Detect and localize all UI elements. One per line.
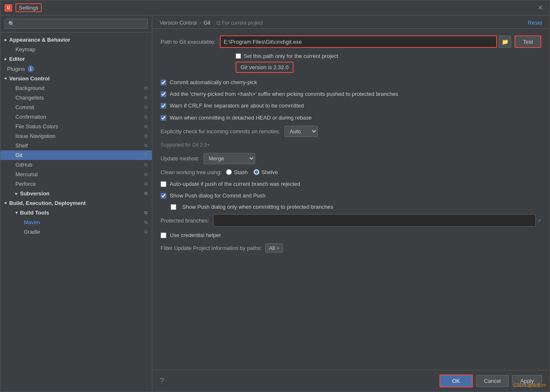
sidebar-item-shelf[interactable]: Shelf⧉ [0, 141, 152, 150]
copy-icon: ⧉ [144, 124, 148, 129]
arrow-icon: ▾ [15, 210, 18, 215]
sidebar-item-subversion[interactable]: ▸Subversion⧉ [0, 189, 152, 198]
copy-icon: ⧉ [144, 181, 148, 187]
test-button[interactable]: Test [515, 35, 541, 48]
filter-spinner[interactable]: All ÷ [265, 243, 283, 253]
path-row: Path to Git executable: 📁 Test [161, 35, 541, 48]
sidebar-item-keymap[interactable]: Keymap [0, 45, 152, 54]
auto-update-label: Auto-update if push of the current branc… [170, 180, 300, 188]
copy-icon: ⧉ [144, 162, 148, 167]
protected-label: Protected branches: [161, 217, 209, 224]
sidebar-item-label: Keymap [15, 46, 35, 52]
sidebar-item-editor[interactable]: ▸Editor [0, 54, 152, 64]
warn-crlf-checkbox[interactable] [161, 103, 166, 109]
folder-browse-button[interactable]: 📁 [499, 35, 511, 48]
close-button[interactable]: ✕ [535, 3, 545, 12]
checkbox-row-warn-detached: Warn when committing in detached HEAD or… [161, 114, 541, 122]
sidebar-item-appearance[interactable]: ▸Appearance & Behavior [0, 35, 152, 45]
copy-icon: ⧉ [144, 143, 148, 148]
reset-button[interactable]: Reset [528, 20, 542, 26]
settings-dialog: U Settings ✕ ▸Appearance & BehaviorKeyma… [0, 0, 550, 392]
arrow-icon: ▾ [3, 202, 8, 204]
search-box [0, 15, 152, 32]
expand-protected-icon[interactable]: ⤢ [537, 218, 541, 223]
sidebar-item-maven[interactable]: Maven⧉ [0, 217, 152, 227]
window-title: Settings [15, 3, 42, 12]
sidebar-item-label: Version Control [9, 75, 50, 82]
copy-icon: ⧉ [144, 172, 148, 177]
clean-stash-label: Stash [234, 169, 248, 175]
incoming-label: Explicitly check for incoming commits on… [161, 128, 280, 135]
cherry-suffix-checkbox[interactable] [161, 91, 166, 97]
update-row: Update method: MergeRebaseBranch Default [161, 153, 541, 164]
clean-shelve-label: Shelve [261, 169, 278, 175]
set-path-checkbox[interactable] [236, 53, 241, 59]
clean-stash-radio[interactable] [226, 169, 232, 175]
clean-shelve-option[interactable]: Shelve [254, 169, 278, 175]
cancel-button[interactable]: Cancel [476, 375, 509, 387]
sidebar-item-github[interactable]: GitHub⧉ [0, 160, 152, 170]
sidebar-item-label: Git [15, 152, 23, 158]
help-button[interactable]: ? [160, 377, 164, 385]
sub-push-checkbox[interactable] [171, 204, 176, 210]
sidebar-item-gradle[interactable]: Gradle⧉ [0, 227, 152, 237]
arrow-icon: ▸ [5, 57, 7, 61]
auto-cherry-checkbox[interactable] [161, 80, 166, 85]
sidebar-item-label: Background [15, 85, 44, 91]
clean-stash-option[interactable]: Stash [226, 169, 248, 175]
ok-button[interactable]: OK [439, 375, 473, 387]
sidebar-item-build-exec-deploy[interactable]: ▾Build, Execution, Deployment [0, 198, 152, 208]
path-input-wrapper: 📁 Test [220, 35, 541, 48]
arrow-icon: ▸ [5, 37, 7, 42]
folder-icon: 📁 [502, 39, 509, 45]
sidebar-item-label: Subversion [20, 190, 50, 197]
filter-row: Filter Update Project information by pat… [161, 243, 541, 253]
sidebar-item-issue-navigation[interactable]: Issue Navigation⧉ [0, 131, 152, 141]
credential-checkbox[interactable] [161, 232, 166, 238]
dialog-footer: ? OK Cancel Apply [152, 370, 550, 392]
sidebar-item-label: Mercurial [15, 171, 38, 177]
for-project-label: ⊡ For current project [216, 20, 263, 26]
credential-label: Use credential helper [170, 232, 221, 239]
sidebar-item-commit[interactable]: Commit⧉ [0, 102, 152, 112]
clean-shelve-radio[interactable] [254, 169, 259, 175]
sidebar-item-git[interactable]: Git⧉ [0, 150, 152, 160]
sidebar-item-confirmation[interactable]: Confirmation⧉ [0, 112, 152, 122]
auto-cherry-label: Commit automatically on cherry-pick [170, 79, 257, 86]
warn-detached-checkbox[interactable] [161, 115, 166, 121]
sidebar-item-label: Perforce [15, 181, 36, 187]
sidebar-item-plugins[interactable]: Plugins1 [0, 64, 152, 74]
git-path-input[interactable] [220, 35, 497, 48]
sidebar-item-perforce[interactable]: Perforce⧉ [0, 179, 152, 189]
search-input[interactable] [5, 19, 148, 29]
warn-detached-label: Warn when committing in detached HEAD or… [170, 114, 312, 122]
content-area: ▸Appearance & BehaviorKeymap▸EditorPlugi… [0, 15, 550, 392]
sub-push-label: Show Push dialog only when committing to… [182, 204, 333, 210]
sidebar-item-changelists[interactable]: Changelists⧉ [0, 93, 152, 102]
checkboxes-group1: Commit automatically on cherry-pickAdd t… [161, 79, 541, 122]
copy-icon: ⧉ [144, 220, 148, 225]
path-label: Path to Git executable: [161, 39, 216, 45]
cherry-suffix-label: Add the 'cherry-picked from <hash>' suff… [170, 90, 398, 98]
sidebar-item-label: Plugins [7, 66, 25, 72]
copy-icon: ⧉ [144, 152, 148, 158]
incoming-select[interactable]: AutoAlwaysNever [284, 126, 318, 137]
sidebar-item-mercurial[interactable]: Mercurial⧉ [0, 170, 152, 179]
show-push-checkbox[interactable] [161, 193, 166, 199]
copy-icon: ⧉ [144, 95, 148, 100]
settings-body: Path to Git executable: 📁 Test Set this … [152, 29, 550, 370]
checkboxes-group2: Auto-update if push of the current branc… [161, 180, 541, 200]
set-path-label: Set this path only for the current proje… [244, 53, 338, 59]
auto-update-checkbox[interactable] [161, 181, 166, 187]
protected-input[interactable] [213, 214, 536, 227]
sidebar-item-build-tools[interactable]: ▾Build Tools⧉ [0, 208, 152, 217]
sidebar-item-file-status-colors[interactable]: File Status Colors⧉ [0, 122, 152, 131]
show-push-label: Show Push dialog for Commit and Push [170, 192, 266, 200]
checkbox-row-auto-update: Auto-update if push of the current branc… [161, 180, 541, 188]
sidebar-item-background[interactable]: Background⧉ [0, 83, 152, 93]
clean-label: Clean working tree using: [161, 169, 222, 175]
sidebar-item-version-control[interactable]: ▾Version Control [0, 74, 152, 83]
supported-note: Supported for Git 2.9+ [161, 142, 541, 148]
update-select[interactable]: MergeRebaseBranch Default [203, 153, 255, 164]
sidebar-item-label: Appearance & Behavior [9, 37, 70, 43]
